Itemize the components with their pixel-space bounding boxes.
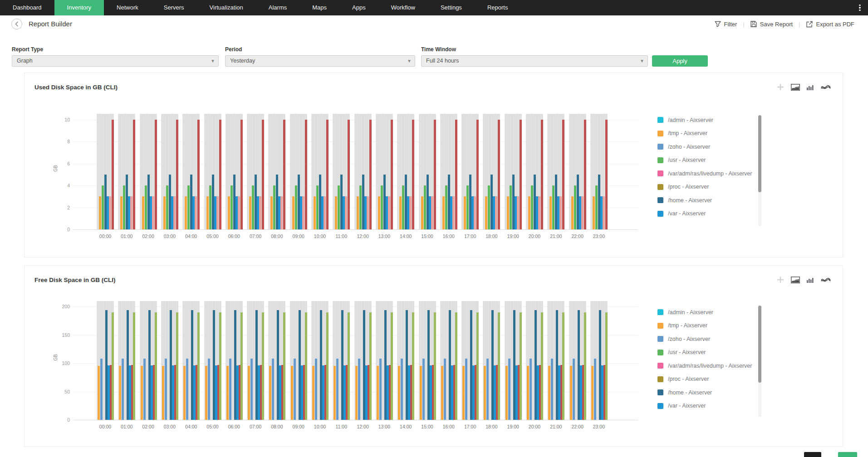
bar-unlabeled-olive-series[interactable] [562,312,564,420]
bar-zoho---aixserver[interactable] [250,359,253,420]
time-window-select[interactable]: Full 24 hours ▼ [421,55,648,67]
bar-tmp---aixserver[interactable] [571,196,574,229]
bar-unlabeled-salmon-series[interactable] [474,196,476,229]
report-type-select[interactable]: Graph ▼ [12,55,219,67]
bar-tmp---aixserver[interactable] [185,196,187,229]
bar-zoho---aixserver[interactable] [508,359,510,420]
bar-zoho---aixserver[interactable] [465,359,467,420]
bar-usr---aixserver[interactable] [595,185,598,229]
legend-item[interactable]: /home - Aixserver [657,194,760,207]
bar-unlabeled-salmon-series[interactable] [559,196,562,229]
save-report-button[interactable]: Save Report [750,21,793,28]
nav-item-settings[interactable]: Settings [428,0,475,15]
bar-unlabeled-salmon-series[interactable] [431,196,433,229]
legend-item[interactable]: /usr - Aixserver [657,346,760,360]
bar-unlabeled-olive-series[interactable] [176,312,178,420]
bar-tmp---aixserver[interactable] [269,366,271,420]
bar-usr---aixserver[interactable] [295,185,297,229]
bar-unlabeled-red-series[interactable] [434,120,436,229]
bar-tmp---aixserver[interactable] [421,196,423,229]
bar-zoho---aixserver[interactable] [379,359,382,420]
bar-unlabeled-red-series[interactable] [348,120,350,229]
floating-widget-green[interactable] [838,452,857,457]
bar-unlabeled-olive-series[interactable] [369,312,372,420]
bar-tmp---aixserver[interactable] [183,366,186,420]
bar-usr---aixserver[interactable] [252,185,254,229]
legend-item[interactable]: /admin - Aixserver [657,113,760,127]
bar-zoho---aixserver[interactable] [294,359,296,420]
nav-item-dashboard[interactable]: Dashboard [0,0,54,15]
bar-tmp---aixserver[interactable] [248,366,250,420]
bar-tmp---aixserver[interactable] [142,196,144,229]
bar-usr---aixserver[interactable] [230,185,233,229]
bar-tmp---aixserver[interactable] [163,196,166,229]
bar-zoho---aixserver[interactable] [100,359,103,420]
legend-item[interactable]: /home - Aixserver [657,386,760,399]
bar-unlabeled-olive-series[interactable] [391,312,393,420]
legend-item[interactable]: /var/adm/ras/livedump - Aixserver [657,359,760,373]
legend-scrollbar-thumb[interactable] [758,306,761,383]
bar-tmp---aixserver[interactable] [377,366,379,420]
bar-tmp---aixserver[interactable] [528,196,530,229]
bar-usr---aixserver[interactable] [166,185,168,229]
bar-unlabeled-salmon-series[interactable] [238,196,240,229]
bar-unlabeled-red-series[interactable] [283,120,285,229]
bar-zoho---aixserver[interactable] [594,359,596,420]
bar-unlabeled-salmon-series[interactable] [517,196,519,229]
bar-unlabeled-red-series[interactable] [562,120,564,229]
legend-item[interactable]: /var - Aixserver [657,207,760,221]
bar-unlabeled-red-series[interactable] [219,120,221,229]
bar-unlabeled-salmon-series[interactable] [302,196,304,229]
bar-usr---aixserver[interactable] [510,185,512,229]
bar-unlabeled-salmon-series[interactable] [324,196,326,229]
bar-unlabeled-olive-series[interactable] [112,312,114,420]
bar-unlabeled-red-series[interactable] [197,120,200,229]
bar-tmp---aixserver[interactable] [549,196,552,229]
bar-usr---aixserver[interactable] [145,185,147,229]
bar-usr---aixserver[interactable] [359,185,362,229]
bar-unlabeled-olive-series[interactable] [412,312,414,420]
legend-item[interactable]: /proc - Aixserver [657,373,760,386]
bar-unlabeled-salmon-series[interactable] [259,196,261,229]
bar-unlabeled-salmon-series[interactable] [173,196,176,229]
bar-tmp---aixserver[interactable] [507,196,509,229]
bar-usr---aixserver[interactable] [552,185,554,229]
bar-unlabeled-olive-series[interactable] [305,312,307,420]
bar-unlabeled-olive-series[interactable] [197,312,200,420]
bar-tmp---aixserver[interactable] [462,366,465,420]
bar-tmp---aixserver[interactable] [312,366,314,420]
bar-zoho---aixserver[interactable] [530,359,532,420]
legend-item[interactable]: /var/adm/ras/livedump - Aixserver [657,167,760,180]
bar-tmp---aixserver[interactable] [441,366,443,420]
bar-unlabeled-red-series[interactable] [605,120,608,229]
bar-tmp---aixserver[interactable] [484,366,486,420]
add-icon[interactable] [776,276,785,284]
bar-unlabeled-red-series[interactable] [455,120,457,229]
bar-unlabeled-olive-series[interactable] [520,312,522,420]
bar-tmp---aixserver[interactable] [98,366,100,420]
bar-zoho---aixserver[interactable] [186,359,188,420]
bar-unlabeled-salmon-series[interactable] [345,196,347,229]
bar-unlabeled-salmon-series[interactable] [109,196,111,229]
bar-unlabeled-red-series[interactable] [176,120,178,229]
bar-zoho---aixserver[interactable] [122,359,124,420]
bar-unlabeled-red-series[interactable] [326,120,329,229]
bar-tmp---aixserver[interactable] [442,196,445,229]
bar-tmp---aixserver[interactable] [99,196,101,229]
apply-button[interactable]: Apply [652,55,708,67]
bar-tmp---aixserver[interactable] [141,366,143,420]
bar-tmp---aixserver[interactable] [570,366,572,420]
legend-item[interactable]: /usr - Aixserver [657,154,760,167]
bar-unlabeled-salmon-series[interactable] [388,196,390,229]
legend-item[interactable]: /admin - Aixserver [657,306,760,319]
bar-unlabeled-salmon-series[interactable] [152,196,154,229]
area-chart-icon[interactable] [791,84,800,91]
bar-unlabeled-olive-series[interactable] [283,312,285,420]
bar-zoho---aixserver[interactable] [358,359,360,420]
bar-unlabeled-olive-series[interactable] [498,312,500,420]
bar-usr---aixserver[interactable] [424,185,426,229]
bar-unlabeled-red-series[interactable] [369,120,372,229]
bar-zoho---aixserver[interactable] [486,359,489,420]
bar-usr---aixserver[interactable] [123,185,125,229]
bar-tmp---aixserver[interactable] [485,196,487,229]
